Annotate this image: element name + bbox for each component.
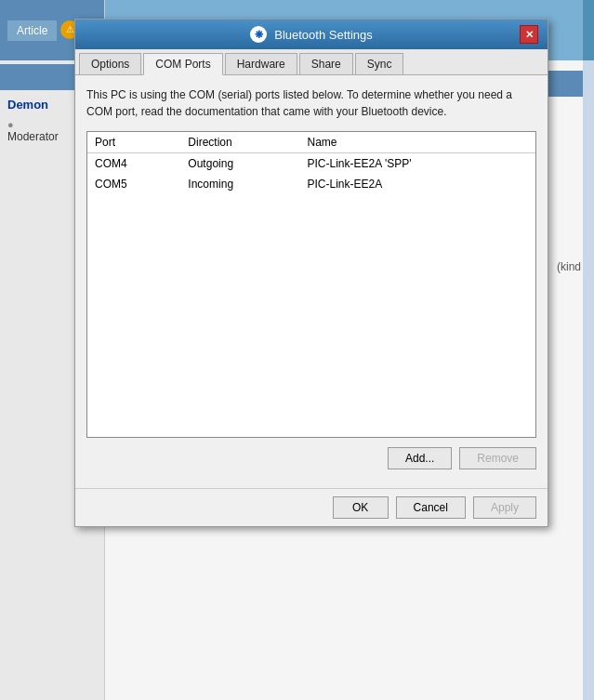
article-tab[interactable]: Article — [7, 20, 57, 41]
scrollbar[interactable] — [583, 60, 594, 700]
bluetooth-settings-dialog: ❋ Bluetooth Settings ✕ Options COM Ports… — [74, 19, 548, 527]
table-row[interactable]: COM4 Outgoing PIC-Link-EE2A 'SPP' — [87, 153, 535, 175]
dialog-footer: OK Cancel Apply — [75, 488, 548, 526]
cancel-button[interactable]: Cancel — [396, 496, 466, 519]
dialog-body: This PC is using the COM (serial) ports … — [75, 75, 548, 488]
action-buttons: Add... Remove — [86, 447, 536, 469]
dialog-tabs: Options COM Ports Hardware Share Sync — [75, 49, 548, 75]
port-2: COM5 — [87, 174, 180, 194]
name-2: PIC-Link-EE2A — [300, 174, 535, 194]
tab-share[interactable]: Share — [299, 53, 353, 74]
bluetooth-icon: ❋ — [250, 26, 267, 43]
col-name: Name — [300, 132, 535, 153]
direction-1: Outgoing — [180, 153, 299, 175]
com-ports-table-container: Port Direction Name COM4 Outgoing PIC-Li… — [86, 131, 536, 438]
dialog-titlebar: ❋ Bluetooth Settings ✕ — [75, 20, 548, 49]
add-button[interactable]: Add... — [388, 447, 452, 469]
tab-sync[interactable]: Sync — [355, 53, 404, 74]
info-text: This PC is using the COM (serial) ports … — [86, 86, 536, 120]
direction-2: Incoming — [180, 174, 299, 194]
com-ports-table: Port Direction Name COM4 Outgoing PIC-Li… — [87, 132, 535, 194]
table-row[interactable]: COM5 Incoming PIC-Link-EE2A — [87, 174, 535, 194]
dialog-title: Bluetooth Settings — [274, 28, 373, 42]
port-1: COM4 — [87, 153, 180, 175]
close-button[interactable]: ✕ — [520, 25, 538, 44]
apply-button[interactable]: Apply — [473, 496, 536, 519]
tab-hardware[interactable]: Hardware — [225, 53, 297, 74]
ok-button[interactable]: OK — [333, 496, 389, 519]
tab-com-ports[interactable]: COM Ports — [143, 53, 222, 75]
col-port: Port — [87, 132, 180, 153]
tab-options[interactable]: Options — [79, 53, 141, 74]
name-1: PIC-Link-EE2A 'SPP' — [300, 153, 535, 175]
remove-button[interactable]: Remove — [459, 447, 536, 469]
right-side-text: (kind — [557, 260, 581, 273]
col-direction: Direction — [180, 132, 299, 153]
